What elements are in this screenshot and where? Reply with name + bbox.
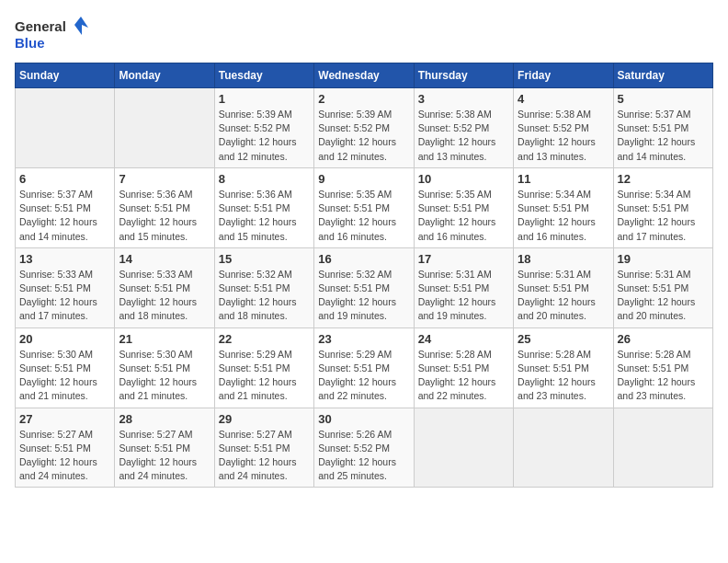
- calendar-cell: 25Sunrise: 5:28 AM Sunset: 5:51 PM Dayli…: [514, 327, 613, 408]
- day-number: 27: [19, 412, 110, 426]
- calendar-cell: 8Sunrise: 5:36 AM Sunset: 5:51 PM Daylig…: [214, 167, 313, 247]
- day-info: Sunrise: 5:34 AM Sunset: 5:51 PM Dayligh…: [518, 188, 609, 244]
- calendar-cell: 20Sunrise: 5:30 AM Sunset: 5:51 PM Dayli…: [16, 327, 115, 408]
- day-number: 13: [19, 252, 110, 266]
- day-info: Sunrise: 5:28 AM Sunset: 5:51 PM Dayligh…: [418, 348, 509, 404]
- day-number: 20: [19, 332, 110, 346]
- day-number: 7: [119, 172, 210, 186]
- day-number: 25: [518, 332, 609, 346]
- day-number: 22: [219, 332, 310, 346]
- day-info: Sunrise: 5:29 AM Sunset: 5:51 PM Dayligh…: [318, 348, 409, 404]
- calendar-cell: 16Sunrise: 5:32 AM Sunset: 5:51 PM Dayli…: [314, 247, 414, 327]
- weekday-header-thursday: Thursday: [414, 63, 513, 88]
- calendar-cell: 18Sunrise: 5:31 AM Sunset: 5:51 PM Dayli…: [514, 247, 613, 327]
- calendar-cell: 14Sunrise: 5:33 AM Sunset: 5:51 PM Dayli…: [115, 247, 214, 327]
- calendar-table: SundayMondayTuesdayWednesdayThursdayFrid…: [15, 63, 713, 488]
- calendar-cell: 22Sunrise: 5:29 AM Sunset: 5:51 PM Dayli…: [214, 327, 313, 408]
- generalblue-logo-icon: General Blue: [15, 15, 88, 53]
- day-number: 30: [318, 412, 409, 426]
- day-number: 12: [618, 172, 709, 186]
- day-info: Sunrise: 5:26 AM Sunset: 5:52 PM Dayligh…: [318, 428, 409, 484]
- week-row-4: 20Sunrise: 5:30 AM Sunset: 5:51 PM Dayli…: [16, 327, 713, 408]
- calendar-cell: 19Sunrise: 5:31 AM Sunset: 5:51 PM Dayli…: [613, 247, 712, 327]
- week-row-2: 6Sunrise: 5:37 AM Sunset: 5:51 PM Daylig…: [16, 167, 713, 247]
- calendar-cell: 17Sunrise: 5:31 AM Sunset: 5:51 PM Dayli…: [414, 247, 513, 327]
- svg-text:General: General: [15, 18, 66, 34]
- calendar-cell: [613, 408, 712, 488]
- weekday-header-row: SundayMondayTuesdayWednesdayThursdayFrid…: [16, 63, 713, 88]
- day-number: 11: [518, 172, 609, 186]
- day-info: Sunrise: 5:33 AM Sunset: 5:51 PM Dayligh…: [119, 268, 210, 324]
- day-info: Sunrise: 5:31 AM Sunset: 5:51 PM Dayligh…: [518, 268, 609, 324]
- day-info: Sunrise: 5:34 AM Sunset: 5:51 PM Dayligh…: [618, 188, 709, 244]
- svg-text:Blue: Blue: [15, 35, 45, 51]
- header: General Blue: [15, 15, 713, 53]
- day-number: 17: [418, 252, 509, 266]
- day-number: 4: [518, 92, 609, 106]
- weekday-header-tuesday: Tuesday: [214, 63, 313, 88]
- calendar-cell: 2Sunrise: 5:39 AM Sunset: 5:52 PM Daylig…: [314, 88, 414, 168]
- day-info: Sunrise: 5:28 AM Sunset: 5:51 PM Dayligh…: [618, 348, 709, 404]
- day-info: Sunrise: 5:30 AM Sunset: 5:51 PM Dayligh…: [19, 348, 110, 404]
- day-info: Sunrise: 5:29 AM Sunset: 5:51 PM Dayligh…: [219, 348, 310, 404]
- day-number: 9: [318, 172, 409, 186]
- calendar-cell: 4Sunrise: 5:38 AM Sunset: 5:52 PM Daylig…: [514, 88, 613, 168]
- calendar-cell: 3Sunrise: 5:38 AM Sunset: 5:52 PM Daylig…: [414, 88, 513, 168]
- day-number: 19: [618, 252, 709, 266]
- day-number: 2: [318, 92, 409, 106]
- day-number: 10: [418, 172, 509, 186]
- day-number: 6: [19, 172, 110, 186]
- day-info: Sunrise: 5:30 AM Sunset: 5:51 PM Dayligh…: [119, 348, 210, 404]
- day-number: 15: [219, 252, 310, 266]
- calendar-cell: 7Sunrise: 5:36 AM Sunset: 5:51 PM Daylig…: [115, 167, 214, 247]
- day-number: 24: [418, 332, 509, 346]
- day-info: Sunrise: 5:27 AM Sunset: 5:51 PM Dayligh…: [119, 428, 210, 484]
- calendar-cell: 1Sunrise: 5:39 AM Sunset: 5:52 PM Daylig…: [214, 88, 313, 168]
- calendar-cell: [115, 88, 214, 168]
- day-number: 21: [119, 332, 210, 346]
- calendar-cell: [514, 408, 613, 488]
- calendar-cell: 10Sunrise: 5:35 AM Sunset: 5:51 PM Dayli…: [414, 167, 513, 247]
- day-info: Sunrise: 5:27 AM Sunset: 5:51 PM Dayligh…: [19, 428, 110, 484]
- calendar-cell: 13Sunrise: 5:33 AM Sunset: 5:51 PM Dayli…: [16, 247, 115, 327]
- day-info: Sunrise: 5:37 AM Sunset: 5:51 PM Dayligh…: [19, 188, 110, 244]
- calendar-cell: 21Sunrise: 5:30 AM Sunset: 5:51 PM Dayli…: [115, 327, 214, 408]
- calendar-cell: 5Sunrise: 5:37 AM Sunset: 5:51 PM Daylig…: [613, 88, 712, 168]
- calendar-cell: 9Sunrise: 5:35 AM Sunset: 5:51 PM Daylig…: [314, 167, 414, 247]
- day-info: Sunrise: 5:36 AM Sunset: 5:51 PM Dayligh…: [219, 188, 310, 244]
- day-info: Sunrise: 5:36 AM Sunset: 5:51 PM Dayligh…: [119, 188, 210, 244]
- day-number: 26: [618, 332, 709, 346]
- day-number: 28: [119, 412, 210, 426]
- day-info: Sunrise: 5:28 AM Sunset: 5:51 PM Dayligh…: [518, 348, 609, 404]
- day-info: Sunrise: 5:39 AM Sunset: 5:52 PM Dayligh…: [219, 108, 310, 164]
- svg-marker-2: [74, 17, 88, 35]
- weekday-header-wednesday: Wednesday: [314, 63, 414, 88]
- day-info: Sunrise: 5:27 AM Sunset: 5:51 PM Dayligh…: [219, 428, 310, 484]
- day-number: 3: [418, 92, 509, 106]
- calendar-cell: 28Sunrise: 5:27 AM Sunset: 5:51 PM Dayli…: [115, 408, 214, 488]
- day-number: 14: [119, 252, 210, 266]
- calendar-cell: [16, 88, 115, 168]
- calendar-cell: 12Sunrise: 5:34 AM Sunset: 5:51 PM Dayli…: [613, 167, 712, 247]
- calendar-cell: 24Sunrise: 5:28 AM Sunset: 5:51 PM Dayli…: [414, 327, 513, 408]
- weekday-header-sunday: Sunday: [16, 63, 115, 88]
- calendar-cell: 15Sunrise: 5:32 AM Sunset: 5:51 PM Dayli…: [214, 247, 313, 327]
- day-number: 23: [318, 332, 409, 346]
- day-info: Sunrise: 5:32 AM Sunset: 5:51 PM Dayligh…: [318, 268, 409, 324]
- weekday-header-friday: Friday: [514, 63, 613, 88]
- day-info: Sunrise: 5:33 AM Sunset: 5:51 PM Dayligh…: [19, 268, 110, 324]
- calendar-cell: 23Sunrise: 5:29 AM Sunset: 5:51 PM Dayli…: [314, 327, 414, 408]
- day-info: Sunrise: 5:39 AM Sunset: 5:52 PM Dayligh…: [318, 108, 409, 164]
- calendar-cell: 11Sunrise: 5:34 AM Sunset: 5:51 PM Dayli…: [514, 167, 613, 247]
- day-info: Sunrise: 5:35 AM Sunset: 5:51 PM Dayligh…: [418, 188, 509, 244]
- day-info: Sunrise: 5:35 AM Sunset: 5:51 PM Dayligh…: [318, 188, 409, 244]
- day-number: 8: [219, 172, 310, 186]
- calendar-cell: 27Sunrise: 5:27 AM Sunset: 5:51 PM Dayli…: [16, 408, 115, 488]
- day-info: Sunrise: 5:31 AM Sunset: 5:51 PM Dayligh…: [418, 268, 509, 324]
- calendar-cell: 30Sunrise: 5:26 AM Sunset: 5:52 PM Dayli…: [314, 408, 414, 488]
- calendar-cell: 26Sunrise: 5:28 AM Sunset: 5:51 PM Dayli…: [613, 327, 712, 408]
- day-info: Sunrise: 5:38 AM Sunset: 5:52 PM Dayligh…: [518, 108, 609, 164]
- day-info: Sunrise: 5:31 AM Sunset: 5:51 PM Dayligh…: [618, 268, 709, 324]
- day-info: Sunrise: 5:37 AM Sunset: 5:51 PM Dayligh…: [618, 108, 709, 164]
- day-number: 16: [318, 252, 409, 266]
